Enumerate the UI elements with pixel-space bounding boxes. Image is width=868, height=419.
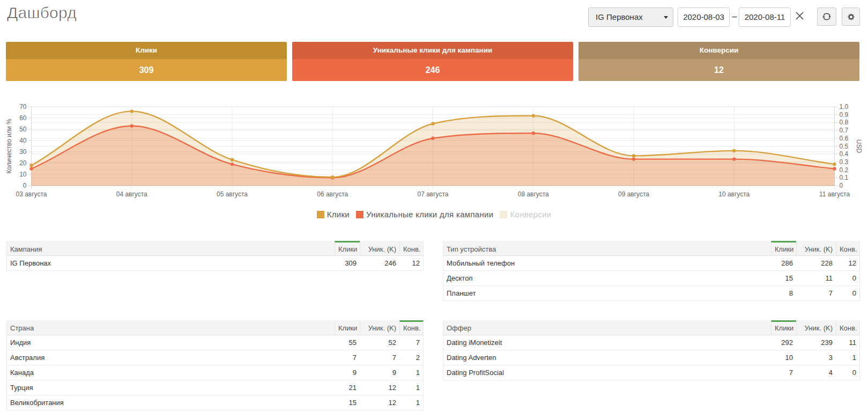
svg-text:03 августа: 03 августа <box>16 190 47 198</box>
svg-text:0.7: 0.7 <box>840 127 849 134</box>
svg-text:60: 60 <box>19 114 27 122</box>
svg-text:0.8: 0.8 <box>840 119 849 126</box>
svg-text:0.6: 0.6 <box>840 135 849 142</box>
svg-text:20: 20 <box>19 159 27 167</box>
svg-text:0.2: 0.2 <box>840 166 849 174</box>
svg-text:70: 70 <box>19 103 27 111</box>
svg-text:10: 10 <box>19 171 27 178</box>
svg-text:USD: USD <box>855 139 863 153</box>
svg-text:07 августа: 07 августа <box>417 190 448 198</box>
svg-text:0.4: 0.4 <box>840 150 849 158</box>
svg-text:50: 50 <box>19 126 27 133</box>
svg-text:11 августа: 11 августа <box>819 190 850 198</box>
svg-text:0.9: 0.9 <box>840 111 849 119</box>
svg-text:09 августа: 09 августа <box>618 190 649 198</box>
svg-text:0.3: 0.3 <box>840 158 849 166</box>
svg-text:0.5: 0.5 <box>840 143 849 150</box>
svg-text:06 августа: 06 августа <box>317 190 348 198</box>
svg-text:0: 0 <box>840 182 843 189</box>
svg-text:0.1: 0.1 <box>840 174 849 181</box>
svg-text:08 августа: 08 августа <box>518 190 549 198</box>
svg-text:0: 0 <box>23 182 27 189</box>
svg-text:05 августа: 05 августа <box>217 190 248 198</box>
svg-text:40: 40 <box>19 137 27 144</box>
svg-text:1.0: 1.0 <box>840 103 849 111</box>
svg-text:10 августа: 10 августа <box>718 190 750 198</box>
svg-text:04 августа: 04 августа <box>116 190 147 198</box>
svg-text:Количество или %: Количество или % <box>5 119 13 174</box>
svg-text:30: 30 <box>19 148 27 156</box>
